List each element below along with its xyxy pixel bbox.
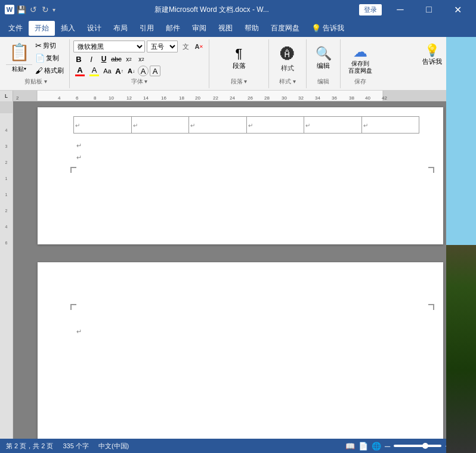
copy-button[interactable]: 📄 复制 <box>33 52 66 64</box>
save-quick-icon[interactable]: 💾 <box>17 5 26 14</box>
styles-group-label[interactable]: 样式 <box>269 77 306 86</box>
ruler-corner[interactable]: L <box>0 91 13 101</box>
menu-home[interactable]: 开始 <box>29 21 55 36</box>
close-button[interactable]: ✕ <box>444 0 471 19</box>
subscript-button[interactable]: x2 <box>123 54 134 64</box>
format-painter-icon: 🖌 <box>35 66 43 75</box>
para-mark-cell: ↵ <box>247 121 254 130</box>
zoom-minus-button[interactable]: ─ <box>385 442 390 451</box>
page-info: 第 2 页，共 2 页 <box>6 442 53 451</box>
editing-button[interactable]: 🔍 编辑 <box>310 39 336 76</box>
customize-quick-access[interactable]: ▾ <box>52 7 55 13</box>
special-char-button[interactable]: A <box>138 66 149 76</box>
editing-content: 🔍 编辑 <box>310 39 336 76</box>
table-cell[interactable]: ↵ <box>361 117 419 134</box>
table-cell[interactable]: ↵ <box>304 117 362 134</box>
cut-button[interactable]: ✂ 剪切 <box>33 39 66 51</box>
clear-format-button[interactable]: A ✕ <box>193 41 205 52</box>
font-size-increase-button[interactable]: A↑ <box>114 66 125 76</box>
menu-design[interactable]: 设计 <box>81 21 107 36</box>
clear-format-icon: A <box>195 43 200 50</box>
page2-margin-tr <box>428 304 434 310</box>
paste-button[interactable]: 📋 <box>6 39 32 64</box>
paste-arrow-icon: ▾ <box>24 66 26 72</box>
page-1: ↵ ↵ ↵ ↵ ↵ ↵ <box>38 107 443 244</box>
format-painter-label: 格式刷 <box>44 66 64 75</box>
paste-icon: 📋 <box>9 42 30 62</box>
save-group-label: 保存 <box>341 77 380 86</box>
svg-rect-6 <box>0 101 13 113</box>
menu-reference[interactable]: 引用 <box>134 21 160 36</box>
login-button[interactable]: 登录 <box>359 4 382 15</box>
font-color-bar <box>75 75 85 76</box>
print-view-icon[interactable]: 📄 <box>358 442 368 451</box>
menu-tell[interactable]: 💡 告诉我 <box>305 21 350 36</box>
font-color-button[interactable]: A <box>73 66 86 76</box>
zoom-thumb[interactable] <box>422 443 428 449</box>
undo-quick-btn[interactable]: ↺ <box>29 5 38 14</box>
clipboard-label[interactable]: 剪贴板 <box>2 77 69 86</box>
paragraph-icon: ¶ <box>236 46 243 61</box>
tell-label: 告诉我 <box>422 57 442 66</box>
font-group-label[interactable]: 字体 <box>70 77 209 86</box>
menu-layout[interactable]: 布局 <box>107 21 134 36</box>
table-cell[interactable]: ↵ <box>74 117 132 134</box>
page2-margin-tl <box>70 304 76 310</box>
styles-button[interactable]: 🅐 样式 <box>273 41 302 77</box>
underline-button[interactable]: U <box>98 54 109 64</box>
redo-quick-btn[interactable]: ↻ <box>41 5 50 14</box>
table-cell[interactable]: ↵ <box>189 117 247 134</box>
zoom-slider[interactable] <box>394 445 441 447</box>
cut-copy-area: ✂ 剪切 📄 复制 🖌 格式刷 <box>33 39 66 76</box>
menu-review[interactable]: 审阅 <box>186 21 212 36</box>
table-cell[interactable]: ↵ <box>131 117 189 134</box>
font-size-select[interactable]: 五号 <box>147 41 178 52</box>
char-border-button[interactable]: A <box>150 66 160 76</box>
font-size-decrease-button[interactable]: A↓ <box>126 66 137 76</box>
wen-icon-btn[interactable]: 文 <box>180 41 191 52</box>
margin-mark-tr <box>428 167 434 173</box>
table-cell[interactable]: ↵ <box>246 117 304 134</box>
ruler-area: L 2 4 6 8 10 12 14 16 18 20 22 24 26 <box>0 91 476 101</box>
lightbulb-ribbon-icon: 💡 <box>425 43 440 57</box>
read-view-icon[interactable]: 📖 <box>345 442 355 451</box>
vertical-ruler-numbers: 4 3 2 1 1 2 4 6 <box>0 113 13 245</box>
document-area: 4 3 2 1 1 2 4 6 ↵ <box>0 101 476 439</box>
highlight-button[interactable]: A <box>88 66 101 76</box>
status-bar: 第 2 页，共 2 页 335 个字 中文(中国) 📖 📄 🌐 ─ + 110% <box>0 439 476 453</box>
baidu-save-button[interactable]: ☁ 保存到百度网盘 <box>344 41 376 77</box>
italic-button[interactable]: I <box>86 54 97 64</box>
menu-help[interactable]: 帮助 <box>239 21 265 36</box>
minimize-button[interactable]: ─ <box>387 0 414 19</box>
font-row3: A A Aa A↑ A↓ A A <box>73 66 205 76</box>
menu-file[interactable]: 文件 <box>2 21 29 36</box>
web-view-icon[interactable]: 🌐 <box>372 442 381 451</box>
menu-insert[interactable]: 插入 <box>55 21 81 36</box>
highlight-icon: A <box>92 66 97 75</box>
document-scroll[interactable]: ↵ ↵ ↵ ↵ ↵ ↵ <box>13 101 468 439</box>
maximize-button[interactable]: □ <box>415 0 443 19</box>
paste-dropdown[interactable]: 粘贴 ▾ <box>6 64 32 73</box>
paragraph-group-label[interactable]: 段落 <box>209 77 268 86</box>
tell-button[interactable]: 💡 告诉我 <box>420 37 444 86</box>
menu-baidu[interactable]: 百度网盘 <box>265 21 305 36</box>
clipboard-group: 📋 粘贴 ▾ ✂ 剪切 📄 复制 🖌 格式刷 <box>2 39 70 88</box>
font-family-select[interactable]: 微软雅黑 <box>73 41 145 52</box>
copy-label: 复制 <box>46 54 59 63</box>
strikethrough-button[interactable]: abc <box>111 54 122 64</box>
bold-button[interactable]: B <box>73 54 84 64</box>
para-mark-cell: ↵ <box>74 121 81 130</box>
font-group: 微软雅黑 五号 文 A ✕ B I U abc x2 x2 A <box>70 39 209 88</box>
paste-split-button[interactable]: 📋 粘贴 ▾ <box>6 39 32 73</box>
superscript-button[interactable]: x2 <box>136 54 147 64</box>
editing-icon: 🔍 <box>316 46 332 61</box>
word-icon: W <box>5 5 14 14</box>
case-button[interactable]: Aa <box>102 66 113 76</box>
menu-view[interactable]: 视图 <box>212 21 239 36</box>
format-painter-button[interactable]: 🖌 格式刷 <box>33 64 66 76</box>
vertical-ruler: 4 3 2 1 1 2 4 6 <box>0 101 13 439</box>
menu-mailing[interactable]: 邮件 <box>160 21 186 36</box>
paragraph-button[interactable]: ¶ 段落 <box>212 39 266 76</box>
maximize-icon: □ <box>426 4 432 15</box>
editing-group: 🔍 编辑 编辑 <box>307 39 341 88</box>
